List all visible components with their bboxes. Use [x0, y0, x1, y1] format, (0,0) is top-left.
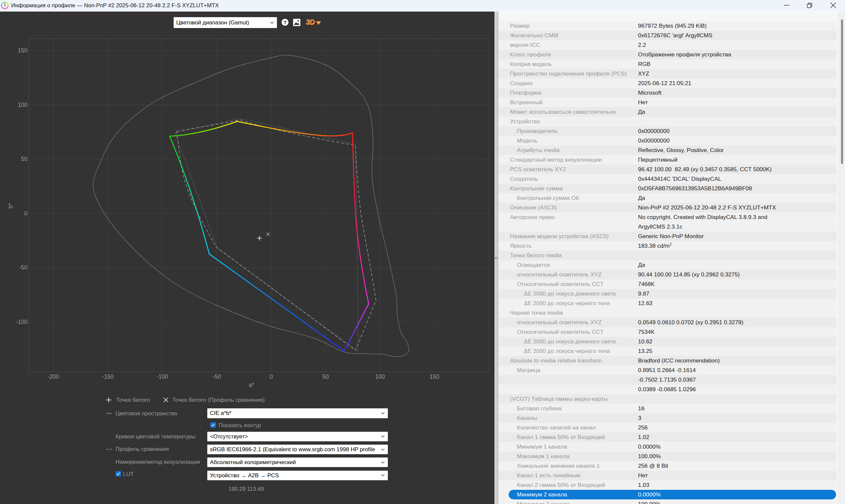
- svg-text:50: 50: [322, 373, 329, 380]
- svg-text:-200: -200: [48, 373, 59, 380]
- svg-text:a*: a*: [249, 382, 254, 388]
- svg-text:-100: -100: [156, 373, 168, 380]
- svg-text:-50: -50: [213, 373, 221, 380]
- svg-text:?: ?: [284, 19, 286, 25]
- svg-text:150: 150: [18, 47, 28, 54]
- svg-text:b*: b*: [7, 203, 14, 209]
- svg-text:100: 100: [375, 373, 385, 380]
- svg-text:-100: -100: [16, 319, 28, 325]
- svg-text:0: 0: [270, 373, 273, 380]
- svg-text:-50: -50: [19, 264, 28, 271]
- svg-text:100: 100: [18, 102, 28, 108]
- svg-text:50: 50: [21, 156, 28, 162]
- svg-text:0: 0: [24, 210, 28, 217]
- svg-text:-150: -150: [102, 373, 113, 380]
- svg-text:150: 150: [430, 373, 439, 380]
